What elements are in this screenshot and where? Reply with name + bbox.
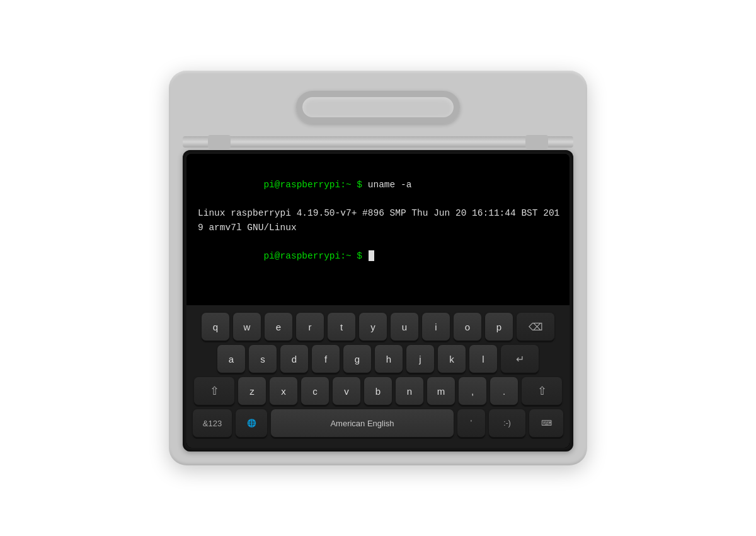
key-u[interactable]: u	[391, 313, 418, 341]
hinge-left	[208, 135, 231, 149]
key-apostrophe[interactable]: '	[457, 409, 485, 437]
terminal-prompt-1: pi@raspberrypi:~ $	[263, 180, 367, 190]
key-v[interactable]: v	[333, 377, 360, 405]
key-numbers[interactable]: &123	[193, 409, 232, 437]
key-r[interactable]: r	[296, 313, 324, 341]
key-n[interactable]: n	[396, 377, 423, 405]
enter-icon: ↵	[516, 353, 524, 365]
key-x[interactable]: x	[270, 377, 297, 405]
key-h[interactable]: h	[375, 345, 403, 373]
key-t[interactable]: t	[328, 313, 355, 341]
keyboard-row-3: ⇧ z x c v b n m , . ⇧	[193, 377, 563, 405]
key-j[interactable]: j	[406, 345, 434, 373]
key-q[interactable]: q	[202, 313, 229, 341]
key-c[interactable]: c	[301, 377, 329, 405]
key-globe[interactable]: 🌐	[236, 409, 267, 437]
key-w[interactable]: w	[233, 313, 261, 341]
terminal-line-4: pi@raspberrypi:~ $	[198, 235, 558, 277]
key-d[interactable]: d	[280, 345, 308, 373]
hinge-bar	[183, 136, 573, 148]
terminal-cursor	[369, 250, 374, 261]
device-case: pi@raspberrypi:~ $ uname -a Linux raspbe…	[169, 71, 587, 465]
device-wrapper: pi@raspberrypi:~ $ uname -a Linux raspbe…	[169, 71, 587, 465]
handle-area	[195, 82, 561, 132]
key-m[interactable]: m	[427, 377, 455, 405]
key-shift-right[interactable]: ⇧	[522, 377, 562, 405]
key-shift-left[interactable]: ⇧	[194, 377, 234, 405]
on-screen-keyboard: q w e r t y u i o p ⌫ a	[186, 305, 570, 448]
screen-frame: pi@raspberrypi:~ $ uname -a Linux raspbe…	[183, 150, 573, 452]
key-g[interactable]: g	[343, 345, 371, 373]
key-enter[interactable]: ↵	[501, 345, 539, 373]
keyboard-row-bottom: &123 🌐 American English ' :-) ⌨	[193, 409, 563, 437]
key-p[interactable]: p	[485, 313, 513, 341]
backspace-icon: ⌫	[529, 321, 543, 333]
terminal-prompt-2: pi@raspberrypi:~ $	[263, 251, 367, 261]
device-handle	[296, 91, 460, 124]
key-f[interactable]: f	[312, 345, 340, 373]
key-space[interactable]: American English	[271, 409, 454, 437]
key-period[interactable]: .	[490, 377, 518, 405]
key-s[interactable]: s	[249, 345, 277, 373]
key-comma[interactable]: ,	[459, 377, 486, 405]
key-emoji[interactable]: :-)	[489, 409, 525, 437]
key-hide-keyboard[interactable]: ⌨	[529, 409, 563, 437]
terminal-display: pi@raspberrypi:~ $ uname -a Linux raspbe…	[186, 154, 570, 305]
key-backspace[interactable]: ⌫	[517, 313, 554, 341]
keyboard-row-1: q w e r t y u i o p ⌫	[193, 313, 563, 341]
hinge-right	[525, 135, 548, 149]
terminal-line-2: Linux raspberrypi 4.19.50-v7+ #896 SMP T…	[198, 206, 558, 220]
key-k[interactable]: k	[438, 345, 466, 373]
key-e[interactable]: e	[265, 313, 292, 341]
key-b[interactable]: b	[364, 377, 392, 405]
keyboard-row-2: a s d f g h j k l ↵	[193, 345, 563, 373]
shift-left-icon: ⇧	[210, 384, 219, 398]
terminal-cmd-1: uname -a	[368, 180, 412, 190]
key-y[interactable]: y	[359, 313, 387, 341]
terminal-line-3: 9 armv7l GNU/Linux	[198, 221, 558, 235]
key-i[interactable]: i	[422, 313, 450, 341]
key-o[interactable]: o	[454, 313, 481, 341]
key-l[interactable]: l	[469, 345, 497, 373]
terminal-line-1: pi@raspberrypi:~ $ uname -a	[198, 164, 558, 206]
shift-right-icon: ⇧	[537, 384, 547, 398]
screen: pi@raspberrypi:~ $ uname -a Linux raspbe…	[186, 154, 570, 448]
key-z[interactable]: z	[238, 377, 266, 405]
key-a[interactable]: a	[217, 345, 245, 373]
